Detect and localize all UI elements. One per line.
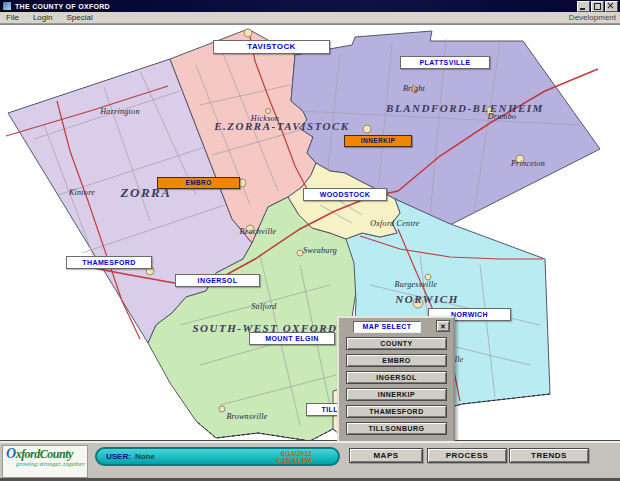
map-label-mount-elgin[interactable]: MOUNT ELGIN: [249, 332, 335, 345]
map-label-innerkip[interactable]: INNERKIP: [344, 135, 412, 147]
dialog-button-tillsonburg[interactable]: TILLSONBURG: [346, 422, 447, 435]
town-brownsville: Brownsville: [226, 412, 267, 421]
dialog-close-button[interactable]: ✕: [436, 320, 450, 332]
town-kintore: Kintore: [69, 188, 95, 197]
user-value: None: [135, 452, 155, 461]
dialog-button-innerkip[interactable]: INNERKIP: [346, 388, 447, 401]
date-value: 6/14/2012: [281, 450, 312, 457]
map-label-thamesford[interactable]: THAMESFORD: [66, 256, 152, 269]
town-sweaburg: Sweaburg: [303, 246, 337, 255]
maps-button[interactable]: MAPS: [349, 448, 423, 463]
process-button[interactable]: PROCESS: [427, 448, 507, 463]
map-select-dialog-title: MAP SELECT: [353, 321, 421, 333]
window-title: THE COUNTY OF OXFORD: [15, 3, 577, 10]
dialog-button-county[interactable]: COUNTY: [346, 337, 447, 350]
town-oxford-centre: Oxford Centre: [370, 219, 420, 228]
town-princeton: Princeton: [511, 159, 545, 168]
map-label-plattsville[interactable]: PLATTSVILLE: [400, 56, 490, 69]
town-drumbo: Drumbo: [488, 112, 516, 121]
town-beachville: Beachville: [240, 227, 277, 236]
region-label-norwich: NORWICH: [395, 293, 458, 305]
menu-bar: File Login Special Development: [0, 12, 620, 24]
user-label: USER:: [106, 452, 131, 461]
user-status-pill: USER: None 6/14/2012 4:15:41 PM: [95, 447, 340, 466]
oxford-county-logo: OxfordCounty growing stronger..together: [2, 445, 88, 478]
dialog-button-thamesford[interactable]: THAMESFORD: [346, 405, 447, 418]
development-label: Development: [569, 13, 616, 22]
minimize-button[interactable]: [577, 1, 590, 12]
time-value: 4:15:41 PM: [275, 457, 312, 464]
menu-special[interactable]: Special: [64, 13, 94, 22]
dialog-button-embro[interactable]: EMBRO: [346, 354, 447, 367]
trends-button[interactable]: TRENDS: [509, 448, 589, 463]
menu-file[interactable]: File: [4, 13, 21, 22]
dialog-button-ingersol[interactable]: INGERSOL: [346, 371, 447, 384]
app-window: THE COUNTY OF OXFORD File Login Special …: [0, 0, 620, 481]
maximize-button[interactable]: [591, 1, 604, 12]
close-button[interactable]: [605, 1, 618, 12]
map-label-embro[interactable]: EMBRO: [157, 177, 240, 189]
datetime-display: 6/14/2012 4:15:41 PM: [275, 450, 312, 464]
town-harrington: Harrington: [100, 107, 139, 116]
town-hickson: Hickson: [251, 114, 279, 123]
menu-login[interactable]: Login: [31, 13, 55, 22]
county-map: [0, 25, 620, 441]
region-label-e-zorra-tavistock: E.ZORRA-TAVISTOCK: [214, 120, 349, 132]
map-label-tavistock[interactable]: TAVISTOCK: [213, 40, 330, 54]
region-label-blandford-blenheim: BLANDFORD-BLENHEIM: [386, 102, 544, 114]
map-select-dialog: MAP SELECT ✕ COUNTY EMBRO INGERSOL INNER…: [337, 316, 455, 441]
town-salford: Salford: [251, 302, 276, 311]
map-canvas: ZORRA E.ZORRA-TAVISTOCK BLANDFORD-BLENHE…: [0, 24, 620, 441]
app-icon: [2, 1, 12, 11]
map-label-ingersol[interactable]: INGERSOL: [175, 274, 260, 287]
town-burgessville: Burgessville: [395, 280, 438, 289]
logo-text: OxfordCounty: [6, 448, 87, 460]
logo-tagline: growing stronger..together: [16, 460, 87, 468]
status-bar: OxfordCounty growing stronger..together …: [0, 441, 620, 481]
map-label-woodstock[interactable]: WOODSTOCK: [303, 188, 387, 201]
town-bright: Bright: [403, 84, 425, 93]
title-bar: THE COUNTY OF OXFORD: [0, 0, 620, 12]
